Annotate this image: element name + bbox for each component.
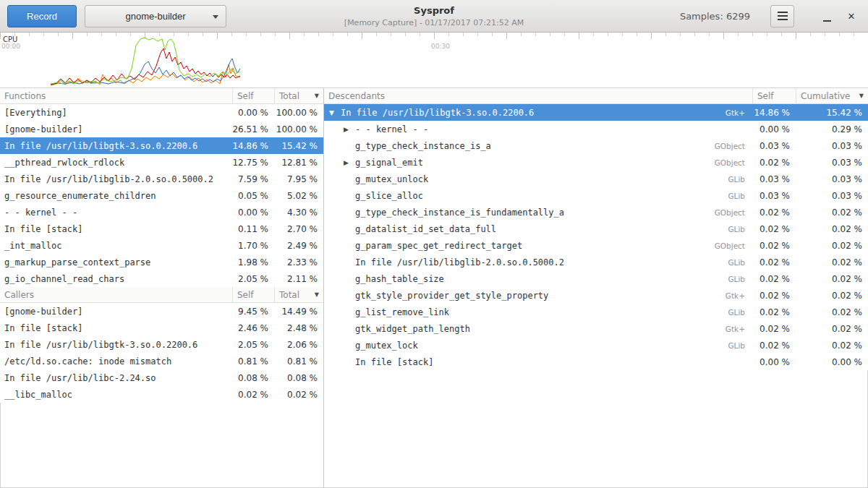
tree-row[interactable]: g_param_spec_get_redirect_targetGObject0… [324,237,868,254]
cumulative-percent: 0.03 % [796,158,868,168]
column-header-cumulative[interactable]: Cumulative ▼ [796,88,868,103]
total-percent: 4.30 % [274,207,323,218]
self-percent: 14.86 % [752,108,796,118]
table-row[interactable]: In file /usr/lib/libglib-2.0.so.0.5000.2… [0,171,323,187]
total-percent: 12.81 % [274,158,323,168]
column-header-total[interactable]: Total ▼ [274,88,323,103]
library-badge: GLib [728,225,752,234]
total-percent: 0.81 % [274,356,323,367]
total-percent: 0.08 % [274,373,323,383]
function-name: In file [stack] [0,323,232,333]
table-row[interactable]: g_markup_parse_context_parse1.98 %2.33 % [0,254,323,270]
total-percent: 0.02 % [274,390,323,400]
tree-row[interactable]: g_type_check_instance_is_fundamentally_a… [324,204,868,221]
descendant-name-cell: g_type_check_instance_is_fundamentally_a… [355,207,752,218]
total-percent: 2.06 % [274,340,323,350]
tree-row[interactable]: ▼In file /usr/lib/libgtk-3.so.0.2200.6Gt… [324,104,868,121]
tree-row[interactable]: g_list_remove_linkGLib0.02 %0.02 % [324,304,868,320]
tree-row[interactable]: gtk_style_provider_get_style_propertyGtk… [324,287,868,304]
tree-row[interactable]: In file /usr/lib/libglib-2.0.so.0.5000.2… [324,254,868,270]
self-percent: 1.70 % [232,241,274,251]
expander-collapsed-icon[interactable]: ▶ [343,126,355,133]
table-row[interactable]: [gnome-builder]9.45 %14.49 % [0,303,323,320]
column-header-self[interactable]: Self [232,287,274,302]
tree-row[interactable]: g_slice_allocGLib0.03 %0.03 % [324,187,868,204]
table-row[interactable]: In file /usr/lib/libc-2.24.so0.08 %0.08 … [0,369,323,386]
self-percent: 0.02 % [752,257,796,267]
cumulative-percent: 0.02 % [796,307,868,317]
close-icon: ✕ [848,11,856,22]
self-percent: 0.02 % [752,307,796,317]
time-label-mid: 00:30 [431,43,450,50]
tree-row[interactable]: ▶g_signal_emitGObject0.02 %0.03 % [324,154,868,171]
function-name: /etc/ld.so.cache: inode mismatch [0,356,232,367]
menu-button[interactable] [770,5,794,27]
total-percent: 7.95 % [274,174,323,184]
table-row[interactable]: - - kernel - -0.00 %4.30 % [0,204,323,221]
table-row[interactable]: In file [stack]2.46 %2.48 % [0,320,323,336]
total-percent: 2.49 % [274,241,323,251]
function-name: g_resource_enumerate_children [0,191,232,201]
expander-collapsed-icon[interactable]: ▶ [343,159,355,166]
descendant-name-cell: In file /usr/lib/libglib-2.0.so.0.5000.2… [355,257,752,267]
table-row[interactable]: __pthread_rwlock_rdlock12.75 %12.81 % [0,154,323,171]
process-selector-dropdown[interactable]: gnome-builder [85,5,226,27]
self-percent: 0.02 % [752,241,796,251]
self-percent: 0.02 % [752,224,796,234]
header-right-group: Samples: 6299 ✕ [680,5,861,27]
tree-row[interactable]: g_type_check_instance_is_aGObject0.03 %0… [324,137,868,154]
table-row[interactable]: In file [stack]0.11 %2.70 % [0,221,323,237]
close-button[interactable]: ✕ [842,5,861,27]
tree-row[interactable]: g_hash_table_sizeGLib0.02 %0.02 % [324,270,868,287]
column-header-total[interactable]: Total ▼ [274,287,323,302]
total-percent: 2.33 % [274,257,323,267]
record-button[interactable]: Record [7,5,77,27]
column-header-functions[interactable]: Functions [0,88,232,103]
function-name: __libc_malloc [0,390,232,400]
tree-row[interactable]: g_datalist_id_set_data_fullGLib0.02 %0.0… [324,221,868,237]
minimize-button[interactable] [817,5,836,27]
self-percent: 12.75 % [232,158,274,168]
cumulative-percent: 0.02 % [796,274,868,284]
self-percent: 9.45 % [232,307,274,317]
tree-row[interactable]: gtk_widget_path_lengthGtk+0.02 %0.02 % [324,320,868,337]
function-name: g_type_check_instance_is_fundamentally_a [355,207,564,218]
descendant-name-cell: gtk_style_provider_get_style_propertyGtk… [355,291,752,301]
total-percent: 15.42 % [274,141,323,151]
tree-row[interactable]: ▶- - kernel - -0.00 %0.29 % [324,121,868,137]
function-name: g_mutex_lock [355,341,418,351]
left-pane: Functions Self Total ▼ [Everything]0.00 … [0,88,324,488]
column-header-callers[interactable]: Callers [0,287,232,302]
expander-expanded-icon[interactable]: ▼ [328,109,341,116]
column-header-self[interactable]: Self [752,88,796,103]
descendant-name-cell: In file /usr/lib/libgtk-3.so.0.2200.6Gtk… [341,108,752,118]
self-percent: 2.05 % [232,274,274,284]
table-row[interactable]: In file /usr/lib/libgtk-3.so.0.2200.614.… [0,137,323,154]
column-header-descendants[interactable]: Descendants [324,88,752,103]
table-row[interactable]: g_io_channel_read_chars2.05 %2.11 % [0,270,323,287]
cpu-timeline-graph[interactable]: CPU 00:00 00:30 [0,33,868,88]
tree-row[interactable]: g_mutex_lockGLib0.02 %0.02 % [324,337,868,354]
table-row[interactable]: g_resource_enumerate_children0.05 %5.02 … [0,187,323,204]
column-header-self[interactable]: Self [232,88,274,103]
cumulative-percent: 0.03 % [796,191,868,201]
sysprof-window: Record gnome-builder Sysprof [Memory Cap… [0,0,868,488]
descendants-table-header: Descendants Self Cumulative ▼ [324,88,868,104]
table-row[interactable]: _int_malloc1.70 %2.49 % [0,237,323,254]
cumulative-percent: 0.02 % [796,324,868,334]
self-percent: 0.03 % [752,191,796,201]
hamburger-menu-icon [778,15,788,17]
table-row[interactable]: /etc/ld.so.cache: inode mismatch0.81 %0.… [0,353,323,369]
table-row[interactable]: In file /usr/lib/libgtk-3.so.0.2200.62.0… [0,336,323,353]
total-percent: 2.48 % [274,323,323,333]
cumulative-percent: 0.29 % [796,124,868,134]
descendant-name-cell: g_slice_allocGLib [355,191,752,201]
tree-row[interactable]: In file [stack]0.00 %0.00 % [324,354,868,370]
table-row[interactable]: __libc_malloc0.02 %0.02 % [0,386,323,403]
table-row[interactable]: [gnome-builder]26.51 %100.00 % [0,121,323,137]
tree-row[interactable]: g_mutex_unlockGLib0.03 %0.03 % [324,171,868,187]
library-badge: GObject [715,241,752,250]
self-percent: 0.05 % [232,191,274,201]
self-percent: 14.86 % [232,141,274,151]
table-row[interactable]: [Everything]0.00 %100.00 % [0,104,323,121]
